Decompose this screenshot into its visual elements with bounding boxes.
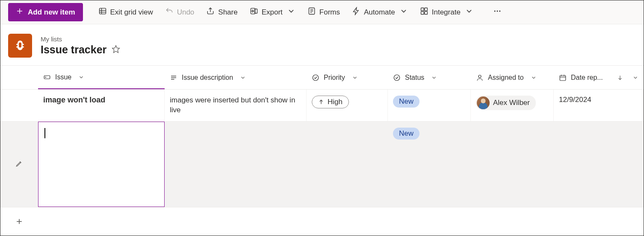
exit-grid-view-button[interactable]: Exit grid view <box>94 4 157 20</box>
chevron-down-icon <box>465 7 473 17</box>
cell-issue[interactable]: image won't load <box>38 90 165 121</box>
svg-point-25 <box>394 75 400 81</box>
person-icon <box>476 74 484 82</box>
sort-descending-icon <box>617 75 623 81</box>
issue-text-editor[interactable] <box>38 122 165 207</box>
forms-icon <box>307 7 316 17</box>
row-handle-header <box>0 66 38 89</box>
favorite-star-button[interactable] <box>112 45 120 55</box>
avatar <box>477 96 490 109</box>
svg-rect-20 <box>44 76 50 79</box>
text-cursor <box>44 128 45 138</box>
person-name: Alex Wilber <box>493 99 530 107</box>
add-new-item-label: Add new item <box>28 8 75 17</box>
export-button[interactable]: Export <box>245 4 300 20</box>
chevron-down-icon <box>431 75 437 81</box>
person-chip: Alex Wilber <box>476 96 536 110</box>
undo-button[interactable]: Undo <box>161 4 199 20</box>
integrate-icon <box>420 7 428 17</box>
column-header-label: Issue description <box>182 74 233 82</box>
add-row[interactable] <box>0 207 644 236</box>
svg-point-26 <box>479 75 481 78</box>
svg-rect-2 <box>99 8 106 14</box>
column-header-label: Issue <box>55 73 71 81</box>
cell-description[interactable] <box>165 122 307 152</box>
svg-rect-15 <box>425 12 428 15</box>
svg-point-24 <box>313 75 319 81</box>
svg-rect-13 <box>425 8 428 11</box>
column-header-date[interactable]: Date rep... <box>554 66 644 89</box>
arrow-up-icon <box>318 99 324 105</box>
share-label: Share <box>218 8 237 17</box>
cell-assigned[interactable]: Alex Wilber <box>471 90 554 121</box>
status-pill: New <box>393 128 419 140</box>
automate-icon <box>352 7 360 17</box>
chevron-down-icon <box>240 75 246 81</box>
svg-marker-19 <box>112 46 120 53</box>
cell-status[interactable]: New <box>388 90 471 121</box>
column-header-label: Priority <box>324 74 345 82</box>
chevron-down-icon <box>78 74 84 80</box>
row-handle[interactable] <box>0 122 38 207</box>
grid-header-row: Issue Issue description Priority Status … <box>0 66 644 90</box>
svg-rect-14 <box>421 12 424 15</box>
list-bug-icon <box>8 34 32 58</box>
integrate-button[interactable]: Integrate <box>416 4 478 20</box>
share-icon <box>206 7 215 17</box>
svg-point-18 <box>499 11 500 12</box>
edit-pencil-icon <box>15 160 23 169</box>
more-horizontal-icon <box>493 7 502 17</box>
export-icon <box>250 7 258 17</box>
chevron-down-icon <box>287 7 295 17</box>
text-field-icon <box>43 73 51 81</box>
cell-issue-editor[interactable] <box>38 122 165 207</box>
chevron-down-icon <box>632 75 638 81</box>
page-title: Issue tracker <box>41 44 106 56</box>
column-header-label: Date rep... <box>571 74 603 82</box>
export-label: Export <box>262 8 283 17</box>
undo-label: Undo <box>177 8 195 17</box>
column-header-label: Assigned to <box>488 74 524 82</box>
automate-button[interactable]: Automate <box>348 4 412 20</box>
add-new-item-button[interactable]: Add new item <box>8 3 83 21</box>
grid-icon <box>98 7 107 17</box>
cell-priority[interactable]: High <box>307 90 388 121</box>
toolbar: Add new item Exit grid view Undo Share E… <box>0 0 644 24</box>
exit-grid-label: Exit grid view <box>110 8 153 17</box>
table-row-editing[interactable]: New <box>0 122 644 207</box>
table-row[interactable]: image won't load images were inserted bu… <box>0 90 644 122</box>
more-options-button[interactable] <box>489 4 506 20</box>
breadcrumb[interactable]: My lists <box>41 35 120 43</box>
add-row-plus-icon[interactable] <box>15 217 24 227</box>
column-header-priority[interactable]: Priority <box>307 66 388 89</box>
svg-rect-12 <box>421 8 424 11</box>
cell-date[interactable]: 12/9/2024 <box>554 90 644 121</box>
cell-assigned[interactable] <box>471 122 554 152</box>
column-header-status[interactable]: Status <box>388 66 471 89</box>
forms-button[interactable]: Forms <box>303 4 344 20</box>
cell-priority[interactable] <box>307 122 388 152</box>
undo-icon <box>165 7 174 17</box>
priority-pill: High <box>312 96 349 108</box>
list-header: My lists Issue tracker <box>0 24 644 65</box>
chevron-down-icon <box>531 75 537 81</box>
plus-icon <box>16 7 24 17</box>
cell-status[interactable]: New <box>388 122 471 152</box>
svg-point-17 <box>496 11 498 12</box>
column-header-issue[interactable]: Issue <box>38 66 165 89</box>
svg-point-16 <box>494 11 496 12</box>
svg-rect-27 <box>560 75 566 80</box>
cell-description[interactable]: images were inserted but don't show in l… <box>165 90 307 121</box>
calendar-icon <box>559 74 567 82</box>
column-header-description[interactable]: Issue description <box>165 66 307 89</box>
status-pill: New <box>393 96 419 108</box>
chevron-down-icon <box>399 7 408 17</box>
share-button[interactable]: Share <box>202 4 242 20</box>
automate-label: Automate <box>364 8 395 17</box>
cell-date[interactable] <box>554 122 644 152</box>
integrate-label: Integrate <box>432 8 461 17</box>
data-grid: Issue Issue description Priority Status … <box>0 65 644 236</box>
row-handle[interactable] <box>0 90 38 121</box>
choice-icon <box>312 74 319 82</box>
column-header-assigned[interactable]: Assigned to <box>471 66 554 89</box>
